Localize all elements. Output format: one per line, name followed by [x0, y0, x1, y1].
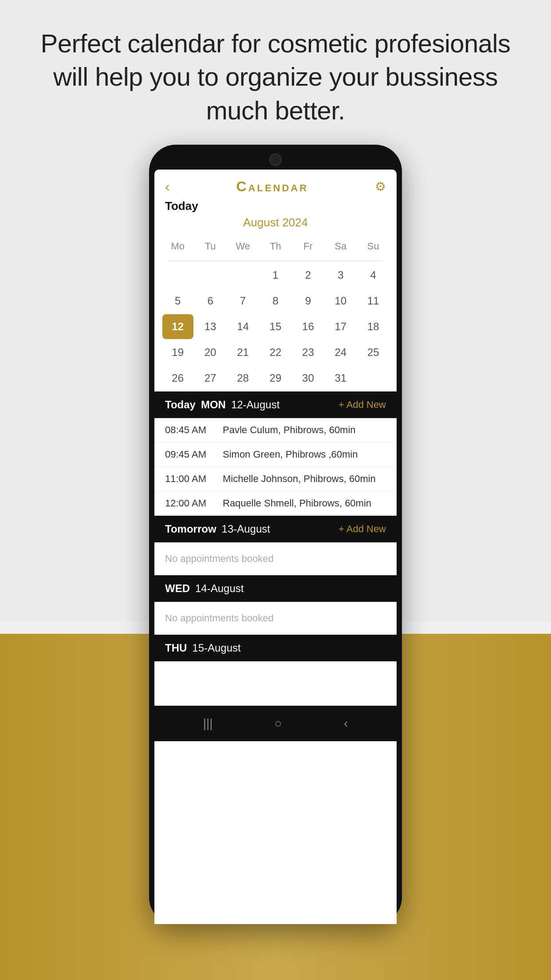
schedule-day-header-thu: THU 15-August [154, 635, 397, 661]
cal-day-empty [195, 263, 226, 288]
cal-day-16[interactable]: 16 [292, 314, 323, 339]
weekday-th: Th [260, 234, 291, 259]
weekday-fr: Fr [292, 234, 323, 259]
schedule-day-header-wed: WED 14-August [154, 575, 397, 602]
schedule-day-header-today: Today MON 12-August + Add New [154, 391, 397, 418]
phone-bottom-bar: ||| ○ ‹ [154, 706, 397, 741]
today-label: Today [165, 199, 198, 213]
cal-day-10[interactable]: 10 [325, 288, 356, 313]
cal-day-30[interactable]: 30 [292, 366, 323, 391]
back-button[interactable]: ‹ [165, 178, 170, 195]
phone-notch [154, 154, 397, 166]
appointment-row[interactable]: 11:00 AM Michelle Johnson, Phibrows, 60m… [154, 467, 397, 491]
cal-day-14[interactable]: 14 [228, 314, 259, 339]
cal-day-11[interactable]: 11 [358, 288, 389, 313]
cal-day-31[interactable]: 31 [325, 366, 356, 391]
cal-day-23[interactable]: 23 [292, 340, 323, 365]
weekday-we: We [228, 234, 259, 259]
calendar-title: Calendar [236, 178, 308, 195]
recents-button[interactable]: ||| [203, 716, 213, 731]
no-appointments-tomorrow: No appointments booked [154, 542, 397, 575]
calendar-week-2: 5 6 7 8 9 10 11 [161, 288, 390, 313]
add-new-tomorrow-button[interactable]: + Add New [338, 523, 386, 535]
calendar-week-3: 12 13 14 15 16 17 18 [161, 314, 390, 339]
cal-day-7[interactable]: 7 [228, 288, 259, 313]
cal-day-17[interactable]: 17 [325, 314, 356, 339]
sched-thu-label: THU [165, 642, 187, 654]
appt-time: 09:45 AM [165, 449, 223, 460]
appt-detail: Raquelle Shmell, Phibrows, 60min [223, 498, 371, 509]
appt-time: 11:00 AM [165, 473, 223, 485]
cal-day-26[interactable]: 26 [162, 366, 193, 391]
cal-day-2[interactable]: 2 [292, 263, 323, 288]
home-button[interactable]: ○ [275, 716, 282, 731]
cal-day-3[interactable]: 3 [325, 263, 356, 288]
back-nav-button[interactable]: ‹ [344, 716, 348, 731]
cal-day-27[interactable]: 27 [195, 366, 226, 391]
sched-wed-label: WED [165, 582, 190, 595]
no-appointments-wed: No appointments booked [154, 602, 397, 635]
cal-day-1[interactable]: 1 [260, 263, 291, 288]
cal-day-empty [228, 263, 259, 288]
calendar-grid: Mo Tu We Th Fr Sa Su 1 2 3 4 [154, 234, 397, 391]
appointment-row[interactable]: 08:45 AM Pavle Culum, Phibrows, 60min [154, 418, 397, 443]
cal-day-19[interactable]: 19 [162, 340, 193, 365]
sched-tomorrow-label: Tomorrow [165, 523, 216, 535]
cal-day-empty [162, 263, 193, 288]
cal-day-25[interactable]: 25 [358, 340, 389, 365]
appointment-row[interactable]: 12:00 AM Raquelle Shmell, Phibrows, 60mi… [154, 491, 397, 516]
cal-day-21[interactable]: 21 [228, 340, 259, 365]
weekday-su: Su [358, 234, 389, 259]
today-row: Today [154, 199, 397, 216]
phone-screen: ‹ Calendar ⚙ Today August 2024 Mo Tu We … [154, 170, 397, 924]
appointment-row[interactable]: 09:45 AM Simon Green, Phibrows ,60min [154, 443, 397, 467]
weekday-header-row: Mo Tu We Th Fr Sa Su [161, 234, 390, 259]
appt-detail: Michelle Johnson, Phibrows, 60min [223, 473, 376, 485]
appt-time: 12:00 AM [165, 498, 223, 509]
sched-today-date: 12-August [231, 399, 279, 411]
cal-day-28[interactable]: 28 [228, 366, 259, 391]
weekday-sa: Sa [325, 234, 356, 259]
calendar-week-4: 19 20 21 22 23 24 25 [161, 340, 390, 365]
cal-day-empty [358, 366, 389, 391]
calendar-header: ‹ Calendar ⚙ [154, 170, 397, 199]
calendar-week-1: 1 2 3 4 [161, 263, 390, 288]
sched-today-label: Today [165, 399, 196, 411]
cal-day-15[interactable]: 15 [260, 314, 291, 339]
cal-day-6[interactable]: 6 [195, 288, 226, 313]
cal-day-8[interactable]: 8 [260, 288, 291, 313]
schedule-day-header-tomorrow: Tomorrow 13-August + Add New [154, 516, 397, 542]
add-new-today-button[interactable]: + Add New [338, 399, 386, 411]
cal-day-4[interactable]: 4 [358, 263, 389, 288]
appt-time: 08:45 AM [165, 424, 223, 436]
weekday-mo: Mo [162, 234, 193, 259]
month-label: August 2024 [154, 216, 397, 229]
sched-today-dayname: MON [201, 399, 226, 411]
cal-day-5[interactable]: 5 [162, 288, 193, 313]
calendar-week-5: 26 27 28 29 30 31 [161, 366, 390, 391]
sched-tomorrow-date: 13-August [222, 523, 270, 535]
cal-day-20[interactable]: 20 [195, 340, 226, 365]
phone-frame: ‹ Calendar ⚙ Today August 2024 Mo Tu We … [149, 145, 402, 924]
settings-icon[interactable]: ⚙ [375, 179, 386, 194]
cal-day-29[interactable]: 29 [260, 366, 291, 391]
cal-day-22[interactable]: 22 [260, 340, 291, 365]
sched-wed-date: 14-August [195, 582, 244, 595]
weekday-tu: Tu [195, 234, 226, 259]
headline: Perfect calendar for cosmetic profesiona… [0, 0, 551, 145]
cal-day-18[interactable]: 18 [358, 314, 389, 339]
phone-camera [269, 154, 282, 166]
cal-day-13[interactable]: 13 [195, 314, 226, 339]
cal-day-24[interactable]: 24 [325, 340, 356, 365]
cal-day-9[interactable]: 9 [292, 288, 323, 313]
appt-detail: Pavle Culum, Phibrows, 60min [223, 424, 356, 436]
appt-detail: Simon Green, Phibrows ,60min [223, 449, 358, 460]
sched-thu-date: 15-August [192, 642, 240, 654]
cal-day-12-selected[interactable]: 12 [162, 314, 193, 339]
